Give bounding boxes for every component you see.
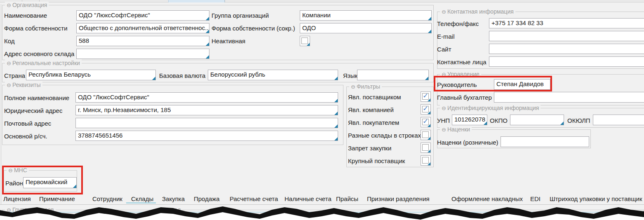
collapse-icon[interactable]: ⊖ (8, 167, 13, 173)
filter-buyer-checkbox[interactable]: ✓ (421, 117, 431, 127)
bottom-tab-bar: Лицензия Примечание Сотрудник Склады Зак… (0, 194, 644, 205)
inactive-checkbox[interactable]: ✓ (300, 36, 310, 46)
postal-address-label: Почтовый адрес (4, 120, 51, 127)
phone-field[interactable]: +375 17 334 82 33 (489, 18, 644, 28)
filter-large-supplier-label: Крупный поставщик (348, 157, 405, 165)
main-account-field[interactable]: 3788745651456 (75, 131, 338, 141)
accountant-field[interactable] (494, 92, 644, 103)
tab-note[interactable]: Примечание (39, 195, 75, 202)
tab-license[interactable]: Лицензия (3, 195, 31, 202)
legal-address-field[interactable]: г. Минск, пр.Независимости, 185 (75, 105, 338, 115)
collapse-icon[interactable]: ⊖ (7, 82, 11, 88)
tab-employee[interactable]: Сотрудник (92, 195, 122, 202)
top-tab-selected[interactable] (168, 0, 225, 2)
filter-company-label: Явл. компанией (348, 106, 394, 114)
collapse-icon[interactable]: ⊖ (442, 9, 446, 15)
retail-markups-field[interactable] (501, 136, 589, 147)
filter-purchase-ban-label: Запрет закупки (348, 145, 391, 152)
tab-price-lists[interactable]: Прайсы (336, 195, 358, 202)
organization-form-screen: ⊖Организация Наименование ОДО "ЛюксСофтС… (0, 0, 644, 220)
org-group-label: Группа организаций (212, 12, 269, 19)
head-label: Руководитель (437, 81, 477, 89)
currency-field[interactable]: Белорусский рубль (208, 70, 338, 80)
tab-supplier-package-barcode[interactable]: Штрихкод упаковки у поставщик (550, 195, 642, 202)
district-field[interactable]: Первомайский (23, 177, 77, 188)
collapse-icon[interactable]: ⊖ (442, 105, 446, 111)
tab-edi[interactable]: EDI (530, 195, 541, 202)
collapse-icon[interactable]: ⊖ (351, 84, 355, 90)
tab-settlement-accounts[interactable]: Расчетные счета (230, 195, 278, 202)
country-label: Страна (4, 72, 25, 80)
unp-field[interactable]: 101262078 (452, 115, 487, 125)
full-name-label: Полное наименование (4, 94, 69, 102)
email-field[interactable] (489, 31, 644, 41)
filter-warehouses-checkbox[interactable]: ✓ (421, 130, 431, 140)
code-field[interactable]: 588 (76, 36, 209, 46)
filter-warehouses-label: Разные склады в строках (348, 132, 421, 139)
collapse-icon[interactable]: ⊖ (442, 126, 446, 133)
tab-warehouses[interactable]: Склады (131, 195, 153, 202)
identification-group-title: ⊖Идентифицирующая информация (440, 105, 541, 112)
head-field[interactable]: Степан Давидов (494, 79, 550, 90)
code-label: Код (4, 37, 15, 45)
ownership-short-field[interactable]: ОДО (300, 23, 432, 33)
name-label: Наименование (4, 12, 47, 19)
okyulp-label: ОКЮЛП (567, 117, 590, 124)
filter-buyer-label: Явл. покупателем (348, 119, 399, 126)
management-group-title: ⊖Управление (440, 71, 481, 78)
site-label: Сайт (437, 46, 451, 53)
ownership-field[interactable]: Общество с дополнительной ответственнос.… (76, 23, 209, 33)
email-label: E-mail (437, 33, 455, 40)
contact-group-title: ⊖Контактная информация (440, 8, 515, 15)
check-icon: ✓ (423, 92, 428, 100)
tab-cash-accounts[interactable]: Наличные счета (284, 195, 331, 202)
currency-label: Базовая валюта (159, 72, 205, 80)
warehouse-address-label: Адрес основного склада (4, 50, 74, 58)
warehouse-address-field[interactable] (76, 49, 209, 59)
name-field[interactable]: ОДО "ЛюксСофтСервис" (76, 10, 209, 21)
contact-persons-field[interactable] (489, 56, 644, 67)
filter-supplier-label: Явл. поставщиком (348, 94, 401, 101)
tab-purchase[interactable]: Закупка (162, 195, 185, 202)
country-field[interactable]: Республика Беларусь (26, 70, 156, 80)
accountant-label: Главный бухгалтер (437, 94, 492, 101)
filter-large-supplier-checkbox[interactable]: ✓ (421, 155, 431, 166)
tab-invoice-processing[interactable]: Оформление накладных (451, 195, 523, 202)
language-label: Язык (343, 72, 357, 80)
tab-sales[interactable]: Продажа (194, 195, 220, 202)
tab-strip-divider (225, 0, 225, 2)
unp-label: УНП (437, 117, 450, 124)
regional-group-title: ⊖Региональные настройки (5, 60, 82, 67)
check-icon: ✓ (423, 117, 428, 126)
phone-label: Телефон/факс (437, 20, 479, 28)
check-icon: ✓ (423, 105, 428, 113)
legal-address-label: Юридический адрес (4, 107, 62, 115)
filter-supplier-checkbox[interactable]: ✓ (421, 91, 431, 102)
retail-markups-label: Наценки (розничные) (437, 139, 498, 146)
tab-separation-signs[interactable]: Признаки разделения (367, 195, 430, 202)
ownership-label: Форма собственности (4, 25, 68, 32)
details-group-title: ⊖Реквизиты (5, 82, 42, 89)
main-account-label: Основной р/сч. (4, 133, 47, 140)
collapse-icon[interactable]: ⊖ (7, 60, 11, 66)
table-row-highlight-line (0, 212, 644, 213)
panel-left-border (1, 4, 1, 204)
filters-group-title: ⊖Фильтры (349, 83, 382, 90)
collapse-icon[interactable]: ⊖ (442, 71, 446, 77)
okpo-field[interactable] (510, 115, 564, 125)
site-field[interactable] (489, 44, 644, 54)
org-group-field[interactable]: Компании (300, 10, 432, 21)
markups-group-title: ⊖Наценки (440, 126, 472, 133)
okpo-label: ОКПО (490, 117, 508, 124)
language-field[interactable] (357, 70, 429, 80)
filter-purchase-ban-checkbox[interactable]: ✓ (421, 143, 431, 153)
ownership-short-label: Форма собственности (сокр.) (212, 25, 295, 32)
contact-persons-label: Контактные лица (437, 59, 487, 66)
full-name-field[interactable]: ОДО "ЛюксСофтСервис" (75, 92, 338, 103)
inactive-label: Неактивная (212, 37, 245, 45)
warehouse-group (154, 210, 644, 220)
collapse-icon[interactable]: ⊖ (7, 2, 11, 8)
okyulp-field[interactable] (593, 115, 644, 125)
filter-company-checkbox[interactable]: ✓ (421, 104, 431, 115)
postal-address-field[interactable] (75, 118, 338, 128)
